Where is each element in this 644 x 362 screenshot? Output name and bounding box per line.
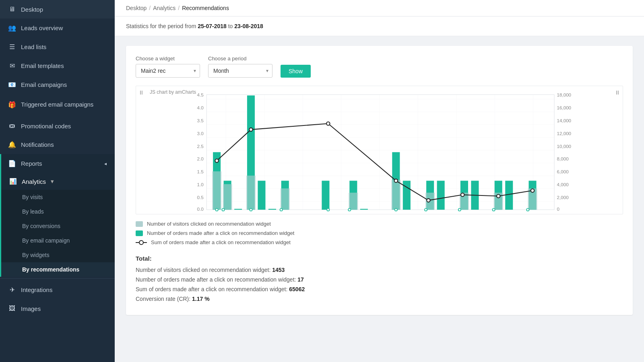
svg-text:Aug 06: Aug 06 [355,213,370,214]
svg-text:16,000: 16,000 [557,105,571,110]
svg-text:1.5: 1.5 [197,169,204,174]
chart-area: ⏸ JS chart by amCharts ⏸ 4.5 4.0 3.5 [136,86,623,214]
leads-overview-icon: 👥 [8,24,16,32]
sidebar-item-email-campaigns[interactable]: 📧 Email campaigns [0,75,115,94]
totals-label-visitors: Number of visitors clicked on recommenda… [136,267,270,273]
svg-point-70 [222,208,224,211]
sidebar-item-lead-lists[interactable]: ☰ Lead lists [0,37,115,56]
sidebar-item-promotional-codes[interactable]: 🎟 Promotional codes [0,117,115,135]
reports-section: 📄 Reports ◂ 📊 Analytics ▾ By visits By l… [0,154,115,277]
sidebar-item-by-widgets[interactable]: By widgets [1,248,115,262]
lead-lists-icon: ☰ [8,43,16,51]
sidebar-item-by-email-campaign[interactable]: By email campaign [1,233,115,248]
breadcrumb-analytics[interactable]: Analytics [153,5,175,11]
sidebar-label-triggered: Triggered email campaigns [21,101,107,109]
sidebar-item-email-templates[interactable]: ✉ Email templates [0,56,115,75]
sidebar-item-triggered-email-campaigns[interactable]: 🎁 Triggered email campaigns [0,94,115,117]
svg-text:Aug 15: Aug 15 [457,213,472,214]
sidebar-item-by-leads[interactable]: By leads [1,204,115,219]
chart-watermark: JS chart by amCharts [150,89,196,95]
sidebar-label-images: Images [21,305,107,312]
period-select[interactable]: Day Month Week Year [208,64,272,78]
desktop-icon: 🖥 [8,6,16,13]
sidebar-label-notifications: Notifications [21,141,107,148]
svg-text:Aug 12: Aug 12 [423,213,438,214]
sidebar-item-desktop[interactable]: 🖥 Desktop [0,0,115,19]
sidebar-label-email-templates: Email templates [21,62,107,69]
totals-value-visitors: 1453 [272,267,285,273]
sidebar-label-lead-lists: Lead lists [21,43,107,50]
sidebar-label-email-campaigns: Email campaigns [21,81,107,88]
svg-text:3.5: 3.5 [197,118,204,123]
totals-label-orders: Number of orders made after a click on r… [136,276,296,283]
analytics-icon: 📊 [9,178,17,185]
sidebar-item-integrations[interactable]: ✈ Integrations [0,280,115,299]
chart-svg: 4.5 4.0 3.5 3.0 2.5 2.0 1.5 1.0 0.5 0.0 … [136,86,623,214]
legend-box-orders [136,230,143,236]
legend-item-visitors: Number of visitors clicked on recommenda… [136,221,623,227]
stats-prefix: Statistics for the period from [126,23,196,29]
totals-row-cr: Conversion rate (CR): 1.17 % [136,296,623,302]
svg-text:12,000: 12,000 [557,131,571,136]
stats-banner: Statistics for the period from 25-07-201… [115,16,644,36]
stats-to: 23-08-2018 [234,23,263,29]
breadcrumb-desktop[interactable]: Desktop [126,5,147,11]
email-templates-icon: ✉ [8,62,16,70]
triggered-icon: 🎁 [8,101,16,109]
notifications-icon: 🔔 [8,141,16,148]
sidebar-label-analytics: Analytics [22,178,46,185]
totals-label-sum: Sum of orders made after a click on reco… [136,286,287,292]
totals-value-cr: 1.17 % [192,296,210,302]
totals-row-visitors: Number of visitors clicked on recommenda… [136,267,623,273]
widget-label: Choose a widget [136,56,200,62]
svg-rect-54 [281,188,290,210]
sidebar-item-reports[interactable]: 📄 Reports ◂ [1,154,115,173]
widget-controls: Choose a widget Main2 rec ▾ Choose a per… [136,56,623,78]
analytics-submenu: By visits By leads By conversions By ema… [1,190,115,277]
sidebar-item-analytics[interactable]: 📊 Analytics ▾ [1,173,115,190]
sidebar-item-notifications[interactable]: 🔔 Notifications [0,135,115,154]
svg-point-63 [326,122,330,125]
svg-text:4.0: 4.0 [197,105,204,110]
show-button[interactable]: Show [281,65,311,78]
sidebar-item-by-conversions[interactable]: By conversions [1,219,115,233]
svg-text:6,000: 6,000 [557,169,569,174]
sidebar-item-leads-overview[interactable]: 👥 Leads overview [0,19,115,37]
main-content: Desktop / Analytics / Recommendations St… [115,0,644,362]
sidebar-item-by-visits[interactable]: By visits [1,190,115,204]
sidebar-label-desktop: Desktop [21,6,107,13]
legend-item-sum: Sum of orders made after a click on reco… [136,239,623,245]
sidebar-label-promotional: Promotional codes [21,123,107,130]
sidebar-item-images[interactable]: 🖼 Images [0,299,115,318]
svg-rect-49 [505,181,513,210]
totals-value-sum: 65062 [289,286,305,292]
svg-rect-45 [437,181,445,210]
svg-text:18,000: 18,000 [557,93,571,98]
chart-legend: Number of visitors clicked on recommenda… [136,221,623,245]
stats-to-label: to [228,23,235,29]
by-widgets-label: By widgets [22,252,50,258]
by-email-campaign-label: By email campaign [22,237,70,244]
page-content: Choose a widget Main2 rec ▾ Choose a per… [115,36,644,362]
svg-rect-39 [322,181,329,210]
svg-rect-36 [258,181,265,210]
totals-row-orders: Number of orders made after a click on r… [136,276,623,283]
svg-text:4.5: 4.5 [197,93,204,98]
chart-pause-left-icon: ⏸ [138,89,144,96]
svg-point-65 [427,199,430,202]
email-campaigns-icon: 📧 [8,81,16,88]
svg-point-66 [461,193,464,196]
by-recommendations-label: By recommendations [22,266,79,273]
period-select-group: Choose a period Day Month Week Year ▾ [208,56,272,78]
sidebar-item-by-recommendations[interactable]: By recommendations [1,262,115,277]
svg-text:0.0: 0.0 [197,206,204,212]
chart-pause-right-icon: ⏸ [615,89,620,96]
svg-rect-55 [349,193,358,210]
totals-value-orders: 17 [297,276,304,283]
legend-item-orders: Number of orders made after a click on r… [136,230,623,236]
svg-text:14,000: 14,000 [557,118,571,123]
widget-select[interactable]: Main2 rec [136,64,200,78]
by-leads-label: By leads [22,208,44,215]
widget-select-wrapper: Main2 rec ▾ [136,64,200,78]
svg-text:1.0: 1.0 [197,182,204,187]
